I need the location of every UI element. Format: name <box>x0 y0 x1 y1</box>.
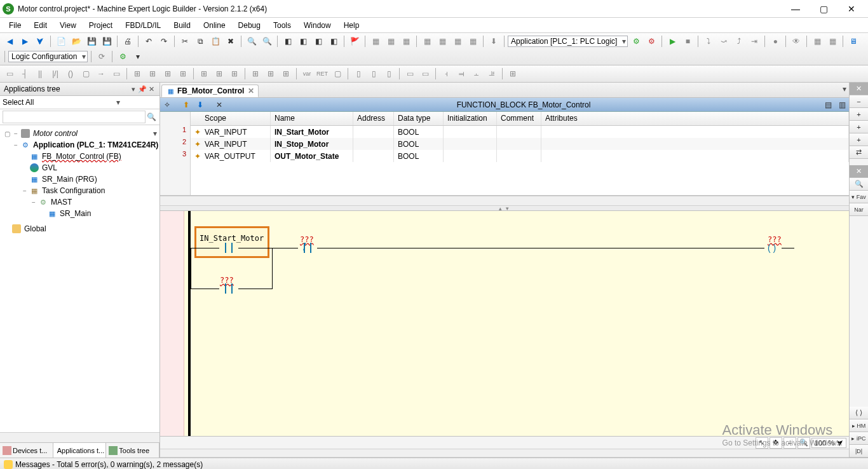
right-tab-e[interactable]: ⇄ <box>850 146 868 159</box>
col-datatype[interactable]: Data type <box>394 112 444 125</box>
col-init[interactable]: Initialization <box>444 112 497 125</box>
bookmark-next-icon[interactable]: ◧ <box>296 34 310 48</box>
ld-d-icon[interactable]: ⊞ <box>176 67 190 81</box>
nav-drop-icon[interactable]: ⮟ <box>33 34 47 48</box>
ld-box-icon[interactable]: ▢ <box>79 67 93 81</box>
panel-close-icon[interactable]: ✕ <box>147 85 156 93</box>
maximize-button[interactable]: ▢ <box>810 0 837 18</box>
ld-l-icon[interactable]: ▯ <box>351 67 365 81</box>
save-icon[interactable]: 💾 <box>85 34 98 48</box>
find-replace-icon[interactable]: 🔍 <box>260 34 274 48</box>
auto-hide-icon[interactable]: ▾ <box>129 85 138 93</box>
undo-icon[interactable]: ↶ <box>142 34 156 48</box>
search-icon[interactable]: 🔍 <box>146 111 157 123</box>
stop-icon[interactable]: ■ <box>681 34 695 48</box>
ld-coil-icon[interactable]: () <box>64 67 78 81</box>
ld-c-icon[interactable]: ⊞ <box>161 67 175 81</box>
tab-tools-tree[interactable]: Tools tree <box>106 443 159 458</box>
online-drop-icon[interactable]: ▾ <box>131 50 145 64</box>
compile-a-icon[interactable]: ▦ <box>420 34 434 48</box>
ld-contact-neg-icon[interactable]: |/| <box>48 67 62 81</box>
menu-debug[interactable]: Debug <box>232 20 267 31</box>
right-tab-b[interactable]: + <box>850 108 868 121</box>
col-attributes[interactable]: Attributes <box>541 112 849 125</box>
zoom-out-icon[interactable]: − <box>783 437 796 449</box>
right-fav[interactable]: ▾ Fav <box>850 191 868 203</box>
ld-align-r-icon[interactable]: ⫤ <box>454 67 468 81</box>
menu-file[interactable]: File <box>3 20 27 31</box>
editor-h-scrollbar[interactable] <box>160 449 849 458</box>
editor-tab-close-icon[interactable]: ✕ <box>248 86 254 95</box>
right-d[interactable]: |D| <box>850 445 868 458</box>
editor-tab-menu-icon[interactable]: ▾ <box>843 85 846 93</box>
right-ipc[interactable]: ▸ iPC <box>850 432 868 445</box>
menu-project[interactable]: Project <box>83 20 119 31</box>
flag-icon[interactable]: 🚩 <box>348 34 362 48</box>
ld-network-icon[interactable]: ▭ <box>3 67 17 81</box>
ladder-var-in-start-motor[interactable]: IN_Start_Motor <box>200 234 264 243</box>
compile-c-icon[interactable]: ▦ <box>451 34 465 48</box>
controller-icon[interactable]: 🖥 <box>846 34 860 48</box>
ld-align-t-icon[interactable]: ⫠ <box>470 67 484 81</box>
tab-applications-tree[interactable]: Applications t... <box>53 443 107 458</box>
redo-icon[interactable]: ↷ <box>157 34 171 48</box>
delete-icon[interactable]: ✖ <box>224 34 238 48</box>
col-name[interactable]: Name <box>271 112 353 125</box>
applications-tree[interactable]: ▢−Motor control▾ −⚙Application (PLC_1: T… <box>0 125 159 432</box>
zoom-percent[interactable]: 100 % ⮟ <box>811 438 846 448</box>
ld-n-icon[interactable]: ▯ <box>382 67 396 81</box>
logic-config-combo[interactable]: Logic Configuration <box>8 51 88 62</box>
ld-k-icon[interactable]: ▢ <box>330 67 344 81</box>
build-icon[interactable]: ▦ <box>369 34 383 48</box>
ld-branch-icon[interactable]: ┤ <box>18 67 32 81</box>
ladder-contact-no-2[interactable] <box>221 283 236 294</box>
tree-sr-main[interactable]: SR_Main (PRG) <box>42 175 97 184</box>
menu-edit[interactable]: Edit <box>27 20 53 31</box>
pin-icon[interactable]: 📌 <box>138 85 147 93</box>
menu-window[interactable]: Window <box>297 20 337 31</box>
tree-global[interactable]: Global <box>24 224 46 233</box>
tree-search-input[interactable] <box>3 111 146 123</box>
table-row[interactable]: ✦ VAR_OUTPUT OUT_Motor_State BOOL <box>191 150 849 162</box>
ld-a-icon[interactable]: ⊞ <box>130 67 144 81</box>
cut-icon[interactable]: ✂ <box>178 34 192 48</box>
trace-b-icon[interactable]: ▦ <box>825 34 839 48</box>
right-nar[interactable]: Nar <box>850 203 868 216</box>
right-close-1[interactable]: ✕ <box>850 83 868 95</box>
online-change-icon[interactable]: ⚙ <box>116 50 130 64</box>
ld-b-icon[interactable]: ⊞ <box>146 67 159 81</box>
paste-icon[interactable]: 📋 <box>208 34 222 48</box>
ld-contact-icon[interactable]: || <box>33 67 47 81</box>
clean-icon[interactable]: ▦ <box>399 34 413 48</box>
pan-tool-icon[interactable]: ✥ <box>770 437 782 449</box>
editor-splitter[interactable]: ▴ ▾ <box>160 206 849 211</box>
tree-root[interactable]: Motor control <box>33 129 78 138</box>
logout-icon[interactable]: ⚙ <box>644 34 658 48</box>
menu-online[interactable]: Online <box>197 20 232 31</box>
table-row[interactable]: ✦ VAR_INPUT IN_Start_Motor BOOL <box>191 126 849 138</box>
tree-gvl[interactable]: GVL <box>42 163 57 172</box>
decl-wand-icon[interactable]: ✧ <box>160 98 174 112</box>
menu-help[interactable]: Help <box>337 20 366 31</box>
step-over-icon[interactable]: ⤻ <box>717 34 731 48</box>
rebuild-icon[interactable]: ▦ <box>384 34 398 48</box>
ld-var-icon[interactable]: var <box>300 67 314 81</box>
ld-i-icon[interactable]: ⊞ <box>264 67 278 81</box>
ld-align-b-icon[interactable]: ⫡ <box>485 67 499 81</box>
decl-view-b-icon[interactable]: ▥ <box>835 98 849 112</box>
zoom-in-icon[interactable]: 🔍 <box>797 437 810 449</box>
print-icon[interactable]: 🖨 <box>121 34 135 48</box>
menu-tools[interactable]: Tools <box>267 20 297 31</box>
decl-delete-icon[interactable]: ✕ <box>212 98 226 112</box>
col-address[interactable]: Address <box>353 112 394 125</box>
refresh-icon[interactable]: ⟳ <box>95 50 109 64</box>
right-tab-d[interactable]: + <box>850 133 868 146</box>
right-hm[interactable]: ▸ HM <box>850 419 868 432</box>
ld-p-icon[interactable]: ▭ <box>418 67 432 81</box>
decl-down-icon[interactable]: ⬇ <box>193 98 207 112</box>
table-row[interactable]: ✦ VAR_INPUT IN_Stop_Motor BOOL <box>191 138 849 150</box>
back-icon[interactable]: ◀ <box>3 34 17 48</box>
ladder-contact-no[interactable] <box>221 243 236 253</box>
run-icon[interactable]: ▶ <box>665 34 679 48</box>
ld-j-icon[interactable]: ⊞ <box>279 67 293 81</box>
